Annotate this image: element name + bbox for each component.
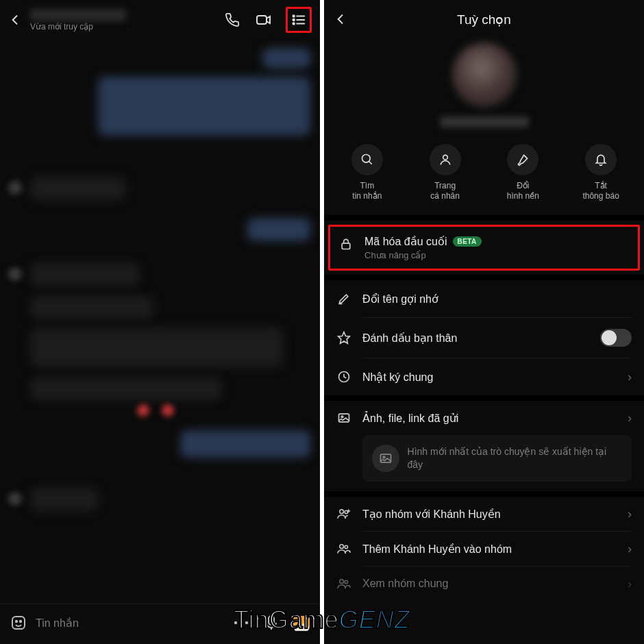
svg-point-16	[362, 155, 370, 163]
options-button[interactable]	[289, 10, 308, 29]
option-bestfriend[interactable]: Đánh dấu bạn thân	[324, 318, 644, 358]
chat-header: Vừa mới truy cập	[0, 0, 320, 37]
contact-status: Vừa mới truy cập	[30, 22, 217, 32]
gallery-button[interactable]	[293, 614, 310, 632]
options-panel: Tuỳ chọn Tìm tin nhắn Trang cá nhân Đổi …	[324, 0, 644, 644]
svg-rect-7	[12, 617, 25, 629]
group-icon	[336, 577, 351, 591]
chat-panel: Vừa mới truy cập	[0, 0, 320, 644]
svg-point-10	[234, 621, 237, 624]
brush-icon	[516, 153, 530, 166]
svg-point-15	[297, 619, 300, 623]
bestfriend-toggle[interactable]	[600, 329, 632, 347]
svg-point-27	[340, 510, 344, 514]
svg-point-11	[240, 621, 243, 624]
svg-marker-21	[338, 332, 350, 344]
options-header: Tuỳ chọn	[324, 0, 644, 38]
quick-profile[interactable]: Trang cá nhân	[414, 144, 476, 201]
avatar[interactable]	[452, 42, 517, 107]
svg-point-32	[345, 545, 347, 548]
svg-rect-19	[342, 243, 350, 249]
svg-rect-0	[257, 16, 267, 24]
media-preview-text: Hình mới nhất của trò chuyện sẽ xuất hiệ…	[408, 445, 622, 471]
star-icon	[337, 331, 351, 345]
quick-wallpaper[interactable]: Đổi hình nền	[492, 144, 554, 201]
group-icon	[336, 542, 351, 556]
chat-messages[interactable]	[0, 37, 320, 604]
lock-icon	[339, 237, 353, 251]
voice-button[interactable]	[262, 614, 280, 632]
call-button[interactable]	[223, 10, 242, 29]
chevron-right-icon: ›	[628, 370, 632, 384]
chevron-right-icon: ›	[628, 542, 632, 556]
media-thumb-icon	[372, 445, 399, 472]
encryption-sub: Chưa nâng cấp	[364, 250, 630, 260]
bell-icon	[594, 153, 608, 166]
svg-point-6	[293, 23, 294, 24]
chevron-right-icon: ›	[628, 507, 632, 521]
list-icon	[291, 12, 306, 27]
quick-mute[interactable]: Tắt thông báo	[570, 144, 632, 201]
clock-icon	[337, 370, 351, 384]
svg-point-33	[340, 580, 344, 584]
svg-point-8	[16, 621, 17, 622]
encryption-title: Mã hóa đầu cuối	[364, 235, 447, 248]
gallery-icon	[337, 411, 351, 425]
option-view-common-groups[interactable]: Xem nhóm chung ›	[324, 567, 644, 601]
media-preview: Hình mới nhất của trò chuyện sẽ xuất hiệ…	[362, 435, 632, 482]
option-add-to-group[interactable]: Thêm Khánh Huyền vào nhóm ›	[324, 532, 644, 566]
sticker-icon	[10, 615, 27, 631]
video-call-button[interactable]	[254, 10, 273, 29]
message-input[interactable]: Tin nhắn	[36, 617, 224, 630]
video-icon	[256, 12, 272, 28]
image-icon	[293, 615, 310, 631]
svg-point-24	[341, 416, 343, 418]
svg-point-18	[443, 155, 447, 160]
person-icon	[438, 153, 452, 166]
options-title: Tuỳ chọn	[331, 12, 637, 27]
svg-point-31	[340, 545, 344, 549]
svg-point-4	[293, 15, 294, 16]
profile-section	[324, 38, 644, 127]
options-highlight	[286, 7, 312, 33]
search-icon	[360, 153, 374, 166]
quick-search[interactable]: Tìm tin nhắn	[336, 144, 398, 201]
option-encryption[interactable]: Mã hóa đầu cuối BETA Chưa nâng cấp	[338, 235, 630, 260]
svg-point-12	[245, 621, 248, 624]
svg-point-34	[345, 580, 347, 583]
group-add-icon	[336, 507, 351, 521]
option-create-group[interactable]: Tạo nhóm với Khánh Huyền ›	[324, 497, 644, 531]
svg-line-17	[369, 162, 371, 164]
phone-icon	[225, 12, 240, 27]
chevron-right-icon: ›	[628, 411, 632, 425]
option-media[interactable]: Ảnh, file, link đã gửi ›	[324, 401, 644, 435]
more-button[interactable]	[232, 614, 250, 632]
quick-actions: Tìm tin nhắn Trang cá nhân Đổi hình nền …	[324, 127, 644, 215]
sticker-button[interactable]	[10, 614, 27, 632]
back-button[interactable]	[5, 10, 25, 29]
svg-rect-13	[269, 616, 274, 625]
message-composer: Tin nhắn	[0, 604, 320, 644]
dots-icon	[233, 619, 249, 626]
svg-rect-25	[380, 454, 391, 462]
svg-point-5	[293, 19, 294, 21]
chevron-right-icon: ›	[628, 577, 632, 591]
encryption-highlight: Mã hóa đầu cuối BETA Chưa nâng cấp	[328, 225, 640, 271]
beta-badge: BETA	[453, 236, 482, 247]
profile-name-blurred	[440, 116, 529, 127]
svg-point-26	[383, 456, 385, 458]
svg-rect-23	[339, 414, 349, 422]
contact-name-blurred	[30, 9, 126, 21]
option-shared-diary[interactable]: Nhật ký chung ›	[324, 358, 644, 395]
mic-icon	[264, 615, 278, 631]
edit-icon	[337, 292, 351, 306]
svg-point-9	[20, 621, 21, 622]
option-rename[interactable]: Đổi tên gợi nhớ	[324, 280, 644, 317]
